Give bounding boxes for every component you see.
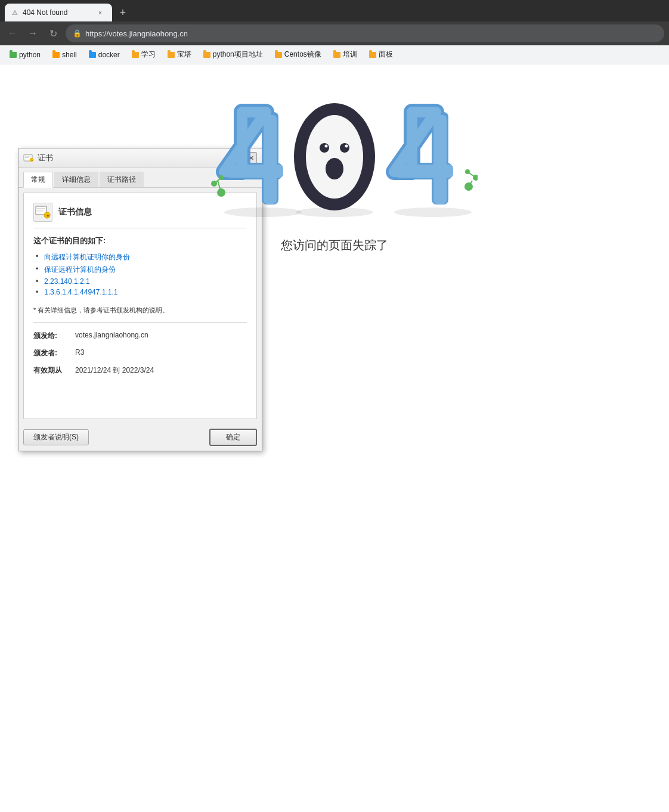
bookmark-panel[interactable]: 面板	[364, 48, 398, 61]
tab-favicon: ⚠	[12, 9, 18, 17]
cert-field-issuer-label: 颁发者:	[33, 348, 75, 358]
tab-title: 404 Not found	[23, 8, 91, 17]
lock-icon: 🔒	[73, 29, 82, 38]
dialog-body: ★ 证书信息 这个证书的目的如下: 向远程计算机证明你的身份 保证远程计算机的身…	[23, 193, 257, 419]
forward-button[interactable]: →	[25, 26, 41, 41]
cert-field-issued-to: 颁发给: votes.jiangniaohong.cn	[33, 331, 247, 341]
svg-point-10	[224, 207, 302, 217]
dialog-title-text: 证书	[38, 153, 53, 163]
svg-point-28	[394, 207, 472, 217]
ok-button[interactable]: 确定	[209, 429, 257, 446]
bookmark-python-addr-label: python项目地址	[213, 49, 263, 60]
svg-line-37	[467, 172, 476, 178]
svg-text:★: ★	[46, 213, 49, 218]
error-404-graphic	[191, 100, 478, 219]
bookmark-baota-label: 宝塔	[177, 49, 191, 60]
cert-field-validity-value: 2021/12/24 到 2022/3/24	[75, 365, 154, 376]
active-tab[interactable]: ⚠ 404 Not found ×	[5, 4, 112, 21]
page-content: ★ 证书 ✕ 常规 详细信息 证书路径	[0, 100, 669, 812]
dialog-footer: 颁发者说明(S) 确定	[18, 424, 262, 451]
svg-rect-14	[264, 115, 277, 204]
bookmark-centos-label: Centos镜像	[284, 49, 321, 60]
cert-bullet-1: 向远程计算机证明你的身份	[36, 251, 247, 264]
bookmark-python-label: python	[19, 51, 41, 59]
svg-point-24	[340, 143, 349, 153]
bookmark-docker[interactable]: docker	[84, 49, 125, 60]
address-bar: ← → ↻ 🔒 https://votes.jiangniaohong.cn	[0, 21, 669, 45]
browser-chrome: ⚠ 404 Not found × + ← → ↻ 🔒 https://vote…	[0, 0, 669, 64]
cert-field-issued-to-label: 颁发给:	[33, 331, 75, 341]
bookmark-study-label: 学习	[141, 49, 156, 60]
svg-text:★: ★	[31, 159, 33, 162]
svg-rect-2	[25, 157, 29, 158]
cert-icon-large: ★	[33, 203, 52, 222]
bookmark-baota[interactable]: 宝塔	[163, 48, 196, 61]
cert-field-issuer-value: R3	[75, 348, 84, 358]
cert-bullet-4: 1.3.6.1.4.1.44947.1.1.1	[36, 287, 247, 297]
back-button[interactable]: ←	[5, 26, 20, 41]
tab-close-button[interactable]: ×	[95, 8, 105, 17]
svg-rect-32	[433, 115, 447, 204]
dialog-title-left: ★ 证书	[23, 153, 53, 163]
svg-point-22	[306, 115, 363, 199]
error-message: 您访问的页面失踪了	[281, 237, 388, 253]
svg-point-27	[326, 158, 343, 179]
svg-rect-7	[37, 210, 43, 212]
cert-bullet-3: 2.23.140.1.2.1	[36, 276, 247, 287]
bookmark-study[interactable]: 学习	[127, 48, 160, 61]
cert-note: * 有关详细信息，请参考证书颁发机构的说明。	[33, 306, 247, 323]
bookmark-shell[interactable]: shell	[48, 49, 82, 60]
svg-rect-1	[25, 156, 31, 157]
svg-rect-6	[37, 208, 45, 209]
tab-bar: ⚠ 404 Not found × +	[0, 0, 669, 21]
url-text: https://votes.jiangniaohong.cn	[85, 29, 657, 38]
bookmark-python-addr[interactable]: python项目地址	[199, 48, 268, 61]
dialog-footer-right: 确定	[209, 429, 257, 446]
bookmark-training[interactable]: 培训	[329, 48, 362, 61]
cert-bullet-2: 保证远程计算机的身份	[36, 264, 247, 276]
cert-small-icon: ★	[23, 153, 34, 163]
dialog-tab-general[interactable]: 常规	[23, 172, 53, 188]
cert-field-validity: 有效期从 2021/12/24 到 2022/3/24	[33, 365, 247, 376]
svg-line-19	[214, 178, 221, 184]
new-tab-button[interactable]: +	[114, 4, 131, 21]
cert-field-issued-to-value: votes.jiangniaohong.cn	[75, 331, 148, 341]
issuer-statement-button[interactable]: 颁发者说明(S)	[23, 429, 89, 445]
cert-purpose-title: 这个证书的目的如下:	[33, 235, 247, 246]
bookmark-shell-label: shell	[62, 51, 77, 59]
svg-point-25	[325, 145, 328, 148]
dialog-tab-details[interactable]: 详细信息	[54, 172, 98, 187]
url-bar[interactable]: 🔒 https://votes.jiangniaohong.cn	[66, 24, 664, 42]
dialog-tab-path[interactable]: 证书路径	[100, 172, 144, 187]
reload-button[interactable]: ↻	[45, 26, 61, 41]
bookmarks-bar: python shell docker 学习 宝塔	[0, 45, 669, 64]
cert-field-issuer: 颁发者: R3	[33, 348, 247, 358]
svg-point-23	[320, 143, 329, 153]
error-404-svg	[191, 100, 478, 219]
bookmark-python[interactable]: python	[5, 49, 45, 60]
bookmark-centos[interactable]: Centos镜像	[270, 48, 326, 61]
svg-point-26	[345, 145, 348, 148]
bookmark-docker-label: docker	[98, 51, 120, 59]
cert-info-title: 证书信息	[58, 207, 92, 218]
cert-bullet-list: 向远程计算机证明你的身份 保证远程计算机的身份 2.23.140.1.2.1 1…	[36, 251, 247, 297]
cert-field-validity-label: 有效期从	[33, 365, 75, 376]
bookmark-panel-label: 面板	[379, 49, 393, 60]
bookmark-training-label: 培训	[343, 49, 357, 60]
